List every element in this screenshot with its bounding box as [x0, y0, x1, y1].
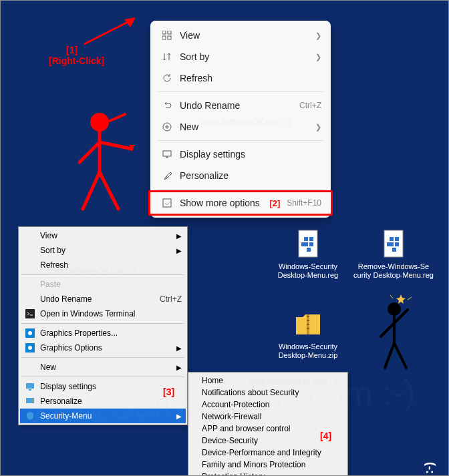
menu-item-undo[interactable]: Undo RenameCtrl+Z [20, 292, 186, 306]
menu-item-sortby[interactable]: Sort by▶ [20, 243, 186, 258]
more-options-icon [160, 198, 174, 208]
menu-item-label: Refresh [174, 73, 321, 83]
svg-point-41 [388, 302, 401, 316]
shortcut: Ctrl+Z [299, 101, 321, 110]
menu-item-paste: Paste [20, 277, 186, 292]
menu-item-label: Open in Windows Terminal [37, 309, 182, 318]
desktop-icon-label: Windows-Security Desktop-Menu.reg [268, 262, 348, 280]
menu-item-sortby[interactable]: Sort by ❯ [150, 46, 331, 67]
svg-rect-35 [387, 242, 391, 246]
separator [157, 140, 324, 141]
menu-item-gfx-options[interactable]: Graphics Options▶ [20, 340, 186, 355]
svg-rect-2 [162, 31, 166, 34]
zip-icon [292, 308, 324, 340]
menu-item-label: View [174, 30, 315, 41]
menu-item-show-more[interactable]: Show more options [2] Shift+F10 [150, 192, 331, 214]
plus-icon [160, 122, 174, 132]
desktop-icon-label: Remove-Windows-Se curity Desktop-Menu.re… [353, 262, 434, 280]
menu-item-gfx-props[interactable]: Graphics Properties... [20, 326, 186, 340]
svg-rect-5 [168, 36, 171, 39]
separator [21, 357, 184, 358]
submenu-item-label: Device-Performance and Integrity [202, 448, 321, 457]
menu-item-undo[interactable]: Undo Rename Ctrl+Z [150, 95, 331, 116]
menu-item-label: New [37, 363, 176, 372]
intel-icon [23, 328, 37, 338]
stick-figure-red-icon [73, 109, 146, 216]
menu-item-label: Sort by [37, 246, 176, 255]
svg-rect-27 [307, 248, 311, 252]
svg-line-47 [390, 295, 393, 298]
svg-rect-34 [392, 248, 396, 252]
menu-item-personalize[interactable]: Personalize [150, 165, 331, 186]
menu-item-terminal[interactable]: Open in Windows Terminal [20, 306, 186, 321]
menu-item-label: Paste [37, 280, 182, 289]
desktop-icon-reg-2[interactable]: Remove-Windows-Se curity Desktop-Menu.re… [353, 228, 434, 280]
svg-line-48 [408, 297, 412, 300]
submenu-item-label: Device-Security [202, 436, 258, 445]
svg-rect-30 [390, 237, 394, 241]
svg-rect-38 [307, 320, 309, 321]
menu-item-refresh[interactable]: Refresh [150, 67, 331, 89]
menu-item-label: Personalize [174, 170, 321, 181]
menu-item-label: Graphics Properties... [37, 328, 182, 338]
svg-rect-26 [309, 242, 313, 246]
svg-line-14 [100, 172, 118, 209]
menu-item-label: Sort by [174, 51, 315, 62]
svg-line-12 [100, 142, 132, 149]
menu-item-label: Undo Rename [174, 100, 299, 111]
svg-point-19 [28, 346, 32, 350]
svg-rect-37 [307, 316, 309, 317]
svg-rect-3 [168, 31, 171, 34]
svg-rect-23 [304, 237, 308, 241]
svg-rect-28 [301, 242, 305, 246]
brush-icon [160, 171, 174, 180]
svg-rect-15 [25, 309, 35, 318]
intel-icon [23, 343, 37, 352]
svg-rect-40 [307, 328, 309, 329]
svg-rect-24 [309, 237, 313, 241]
watermark: www.SoftwareOK.com :-) [46, 266, 136, 276]
menu-item-view[interactable]: View ❯ [150, 25, 331, 46]
watermark-side: www.SoftwareOK.com :-) [422, 462, 436, 476]
menu-item-display-settings[interactable]: Display settings [150, 144, 331, 165]
menu-item-label: View [37, 231, 176, 240]
svg-line-13 [83, 172, 100, 209]
menu-item-new[interactable]: New▶ [20, 360, 186, 375]
desktop-icon-zip[interactable]: Windows-Security Desktop-Menu.zip [268, 308, 348, 360]
annotation-2-num: [2] [269, 198, 280, 208]
sort-icon [160, 52, 174, 61]
svg-line-11 [80, 142, 100, 162]
separator [21, 377, 184, 377]
separator [21, 323, 184, 324]
menu-item-label: Display settings [174, 149, 321, 160]
svg-line-0 [84, 19, 133, 44]
view-icon [160, 31, 174, 40]
submenu-item-family[interactable]: Family and Minors Protection [188, 459, 347, 471]
arrow-icon [81, 14, 141, 47]
submenu-item-label: APP and browser control [202, 424, 291, 433]
submenu-item-label: Protection History [202, 472, 265, 476]
reg-icon [378, 228, 410, 260]
terminal-icon [23, 309, 37, 318]
menu-item-label: Undo Rename [37, 294, 160, 304]
chevron-right-icon: ▶ [176, 247, 182, 254]
desktop-icon-reg-1[interactable]: Windows-Security Desktop-Menu.reg [268, 228, 348, 280]
menu-item-label: Graphics Options [37, 343, 176, 352]
submenu-item-device-perf[interactable]: Device-Performance and Integrity [188, 447, 347, 459]
svg-rect-33 [395, 242, 399, 246]
annotation-1-num: [1] [66, 45, 78, 55]
chevron-right-icon: ▶ [176, 364, 182, 371]
reg-icon [292, 228, 324, 260]
submenu-item-history[interactable]: Protection History [188, 471, 347, 476]
separator [157, 91, 324, 92]
svg-rect-39 [307, 324, 309, 325]
svg-point-17 [28, 331, 32, 335]
svg-point-9 [90, 113, 109, 132]
menu-item-view[interactable]: View▶ [20, 228, 186, 243]
svg-rect-8 [163, 199, 171, 207]
chevron-right-icon: ▶ [176, 344, 182, 352]
shortcut: Shift+F10 [287, 198, 321, 208]
annotation-4-num: [4] [320, 431, 331, 441]
svg-line-45 [385, 343, 394, 368]
chevron-right-icon: ❯ [315, 123, 321, 132]
